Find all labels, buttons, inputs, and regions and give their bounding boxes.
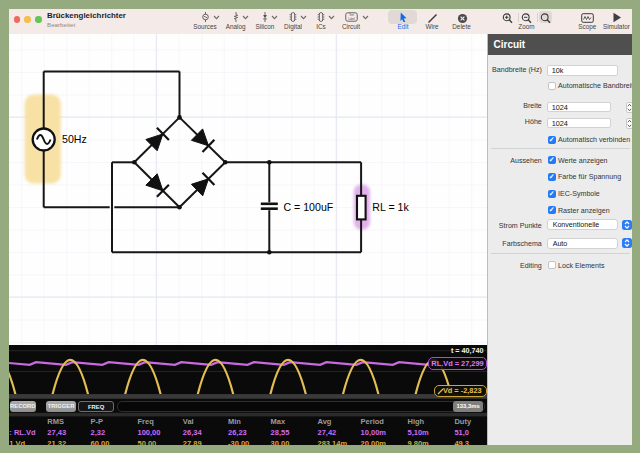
svg-text:50Hz: 50Hz: [62, 133, 87, 145]
svg-text:Text: Text: [348, 13, 353, 17]
svg-text:Label: Label: [348, 17, 355, 21]
svg-text:RL = 1k: RL = 1k: [372, 201, 409, 213]
svg-text:C = 100uF: C = 100uF: [284, 201, 334, 213]
